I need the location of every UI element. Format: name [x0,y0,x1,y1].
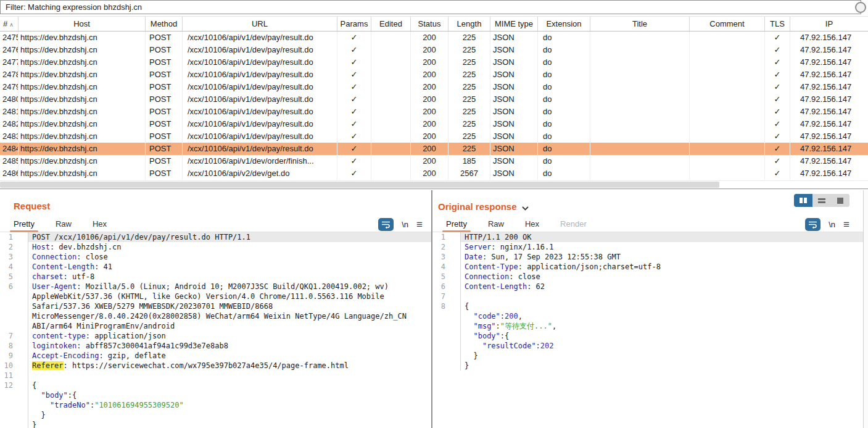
cell: 225 [448,118,490,130]
wrap-text-icon[interactable] [805,218,820,231]
table-horizontal-scrollbar[interactable] [0,180,868,188]
line-number [432,331,461,341]
column-header-method[interactable]: Method [146,17,183,31]
column-header-status[interactable]: Status [411,17,448,31]
newline-icon[interactable]: \n [402,220,408,229]
cell: https://dev.bhzdshj.cn [19,118,146,130]
table-row[interactable]: 2479https://dev.bhzdshj.cnPOST/xcx/10106… [0,81,868,93]
code-line: "msg":"等待支付...", [432,321,863,331]
cell [690,81,765,93]
cell: 47.92.156.147 [790,81,868,93]
cell [371,93,411,106]
line-number: 7 [0,331,28,341]
column-header-mime-type[interactable]: MIME type [490,17,538,31]
line-number: 1 [432,232,461,242]
table-row[interactable]: 2485https://dev.bhzdshj.cnPOST/xcx/10106… [0,155,868,167]
table-row[interactable]: 2476https://dev.bhzdshj.cnPOST/xcx/10106… [0,44,868,56]
response-tab-render[interactable]: Render [553,217,594,232]
line-number: 8 [0,341,28,351]
column-header-title[interactable]: Title [590,17,690,31]
response-tab-raw[interactable]: Raw [481,217,511,232]
cell: 225 [448,44,490,56]
scrollbar-thumb[interactable] [0,182,719,188]
request-editor[interactable]: 1POST /xcx/10106/api/v1/dev/pay/result.d… [0,232,431,428]
column-header-comment[interactable]: Comment [690,17,765,31]
cell [590,130,690,143]
response-tab-hex[interactable]: Hex [518,217,547,232]
table-row[interactable]: 2478https://dev.bhzdshj.cnPOST/xcx/10106… [0,69,868,81]
response-tab-pretty[interactable]: Pretty [439,217,474,232]
column-header-url[interactable]: URL [183,17,337,31]
column-header-params[interactable]: Params [337,17,371,31]
wrap-text-icon[interactable] [378,218,394,231]
table-row[interactable]: 2484https://dev.bhzdshj.cnPOST/xcx/10106… [0,143,868,155]
cell: 200 [411,155,448,167]
newline-icon[interactable]: \n [829,220,835,229]
cell: 47.92.156.147 [790,56,868,69]
code-line: 7content-type: application/json [0,331,431,341]
code-line: 4Content-Type: application/json;charset=… [432,262,863,272]
cell: https://dev.bhzdshj.cn [19,69,146,81]
filter-settings-icon[interactable] [855,2,866,13]
column-header-tls[interactable]: TLS [765,17,790,31]
column-header--[interactable]: #∧ [0,17,19,31]
code-line: 4Content-Length: 41 [0,262,431,272]
cell: 225 [448,93,490,106]
code-line: "body":{ [0,390,431,400]
request-tab-pretty[interactable]: Pretty [6,217,42,232]
request-tab-raw[interactable]: Raw [48,217,79,232]
table-row[interactable]: 2481https://dev.bhzdshj.cnPOST/xcx/10106… [0,106,868,118]
table-row[interactable]: 2480https://dev.bhzdshj.cnPOST/xcx/10106… [0,93,868,106]
split-columns-view-icon[interactable] [794,194,812,207]
single-pane-view-icon[interactable] [831,194,849,207]
line-number: 11 [0,371,28,380]
menu-icon[interactable]: ≡ [416,219,423,230]
menu-icon[interactable]: ≡ [843,219,849,230]
line-number [0,400,28,410]
checkmark-icon: ✓ [337,81,371,93]
cell [590,81,690,93]
checkmark-icon: ✓ [337,106,371,118]
line-number: 2 [432,242,461,252]
response-panel-title[interactable]: Original response [438,201,529,212]
column-header-host[interactable]: Host [19,17,146,31]
table-row[interactable]: 2477https://dev.bhzdshj.cnPOST/xcx/10106… [0,56,868,69]
cell [371,81,411,93]
table-header-row: #∧HostMethodURLParamsEditedStatusLengthM… [0,16,868,31]
table-row[interactable]: 2482https://dev.bhzdshj.cnPOST/xcx/10106… [0,118,868,130]
code-line: 3Connection: close [0,252,431,262]
column-header-length[interactable]: Length [448,17,490,31]
cell: 2477 [0,56,19,69]
response-editor[interactable]: 1HTTP/1.1 200 OK2Server: nginx/1.16.13Da… [432,232,863,428]
line-number [432,341,461,351]
table-row[interactable]: 2475https://dev.bhzdshj.cnPOST/xcx/10106… [0,31,868,44]
checkmark-icon: ✓ [765,44,790,56]
response-tabbar: PrettyRawHexRender [432,217,863,232]
line-number [432,361,461,371]
cell: POST [146,106,183,118]
column-header-ip[interactable]: IP [790,17,868,31]
sort-ascending-icon: ∧ [9,22,14,28]
filter-bar[interactable]: Filter: Matching expression bhzdshj.cn [0,0,861,14]
code-line: 6User-Agent: Mozilla/5.0 (Linux; Android… [0,282,431,331]
line-number: 7 [432,292,461,301]
panel-splitter[interactable] [0,188,868,190]
line-number [0,410,28,420]
column-header-edited[interactable]: Edited [371,17,411,31]
table-row[interactable]: 2483https://dev.bhzdshj.cnPOST/xcx/10106… [0,130,868,143]
split-rows-view-icon[interactable] [812,194,831,207]
cell: https://dev.bhzdshj.cn [19,56,146,69]
cell [690,56,765,69]
chevron-down-icon[interactable] [522,202,529,212]
line-number [432,321,461,331]
cell: 2480 [0,93,19,106]
code-line: 2Host: dev.bhzdshj.cn [0,242,431,252]
table-row[interactable]: 2486https://dev.bhzdshj.cnPOST/xcx/10106… [0,167,868,180]
request-tab-hex[interactable]: Hex [85,217,114,232]
cell [590,167,690,180]
response-vertical-scrollbar[interactable] [863,190,868,428]
cell: /xcx/10106/api/v1/dev/pay/result.do [183,143,337,155]
checkmark-icon: ✓ [765,69,790,81]
code-line: 10Referer: https://servicewechat.com/wx7… [0,361,431,371]
column-header-extension[interactable]: Extension [538,17,590,31]
